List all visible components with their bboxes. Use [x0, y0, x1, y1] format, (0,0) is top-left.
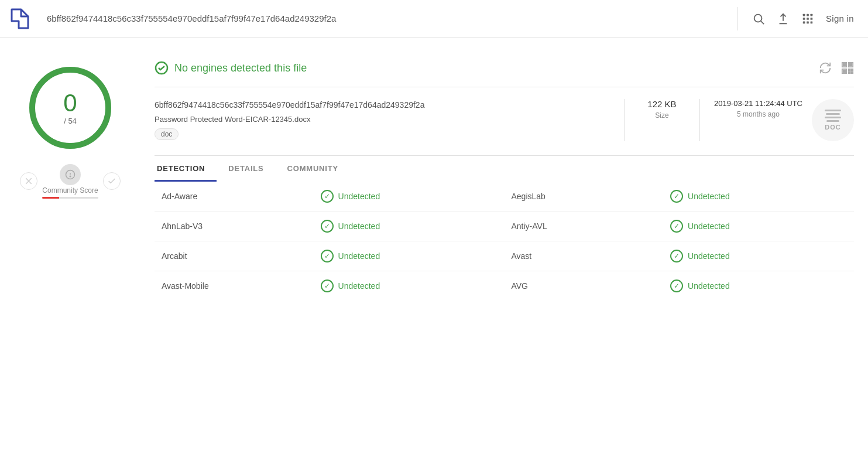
sign-in-button[interactable]: Sign in [826, 13, 854, 23]
status-text-right: Undetected [688, 281, 730, 291]
status-text-right: Undetected [688, 221, 730, 231]
community-like-button[interactable] [103, 172, 121, 190]
detection-status-left: Undetected [314, 271, 505, 301]
doc-line-4 [826, 120, 839, 122]
table-row: Arcabit Undetected Avast Undetected [155, 241, 854, 271]
grid-button[interactable] [801, 12, 814, 25]
engine-name-left: Ad-Aware [155, 182, 314, 212]
engine-name-right: AVG [504, 271, 663, 301]
svg-rect-24 [843, 70, 846, 73]
upload-button[interactable] [777, 12, 790, 25]
check-circle-left [321, 220, 334, 233]
doc-line-1 [825, 110, 841, 111]
detection-status-right: Undetected [663, 182, 854, 212]
engine-name-right: AegisLab [504, 182, 663, 212]
total-engines: / 54 [63, 117, 77, 125]
svg-rect-22 [850, 64, 852, 66]
svg-point-0 [754, 14, 762, 22]
svg-line-1 [761, 21, 764, 24]
svg-rect-27 [849, 71, 850, 73]
refresh-button[interactable] [819, 62, 832, 74]
search-button[interactable] [752, 12, 765, 25]
status-text-left: Undetected [338, 281, 380, 291]
main-content: 0 / 54 Community Scor [0, 38, 868, 301]
hash-input[interactable] [42, 7, 730, 30]
detection-status-left: Undetected [314, 182, 505, 212]
file-name: Password Protected Word-EICAR-12345.docx [155, 115, 610, 124]
detection-status-left: Undetected [314, 212, 505, 241]
svg-rect-4 [811, 13, 813, 16]
svg-rect-9 [807, 21, 809, 23]
svg-rect-2 [803, 13, 805, 16]
tabs: DETECTION DETAILS COMMUNITY [140, 156, 868, 182]
detected-count: 0 [63, 91, 77, 115]
file-meta-divider-2 [699, 99, 700, 141]
right-panel: No engines detected this file [140, 52, 868, 301]
check-circle-left [321, 250, 334, 262]
file-date-sub: 5 months ago [714, 110, 802, 118]
table-row: Ad-Aware Undetected AegisLab Undetected [155, 182, 854, 212]
file-size-value: 122 KB [639, 99, 685, 109]
detection-status-left: Undetected [314, 241, 505, 271]
svg-rect-6 [807, 18, 809, 20]
file-date: 2019-03-21 11:24:44 UTC 5 months ago [714, 99, 802, 118]
status-text-right: Undetected [688, 192, 730, 201]
check-circle-left [321, 190, 334, 203]
check-circle-right [670, 190, 683, 203]
file-info: 6bff862f9474418c56c33f755554e970eddf15af… [155, 87, 854, 151]
engine-name-right: Antiy-AVL [504, 212, 663, 241]
check-circle-left [321, 279, 334, 292]
svg-rect-5 [803, 18, 805, 20]
score-bar-container [42, 197, 98, 199]
file-doc-lines [825, 110, 841, 122]
banner-actions [819, 62, 854, 74]
table-row: AhnLab-V3 Undetected Antiy-AVL Undetecte… [155, 212, 854, 241]
doc-line-2 [826, 113, 840, 115]
file-size: 122 KB Size [639, 99, 685, 120]
qr-button[interactable] [841, 62, 854, 74]
engine-name-left: Avast-Mobile [155, 271, 314, 301]
tab-community[interactable]: COMMUNITY [285, 156, 350, 182]
engine-name-left: Arcabit [155, 241, 314, 271]
doc-line-3 [825, 117, 841, 118]
score-panel: 0 / 54 Community Scor [0, 52, 140, 301]
engine-name-left: AhnLab-V3 [155, 212, 314, 241]
svg-point-17 [70, 176, 71, 177]
detection-ok-icon [155, 61, 169, 75]
header-divider [737, 7, 738, 30]
file-hash-name: 6bff862f9474418c56c33f755554e970eddf15af… [155, 99, 610, 140]
community-row: Community Score [9, 164, 131, 199]
detection-status-right: Undetected [663, 271, 854, 301]
header: Sign in [0, 0, 868, 38]
tab-details[interactable]: DETAILS [226, 156, 275, 182]
svg-rect-26 [851, 69, 853, 71]
community-dislike-button[interactable] [20, 172, 37, 190]
file-size-label: Size [639, 111, 685, 120]
svg-rect-25 [849, 69, 850, 71]
detection-status-right: Undetected [663, 241, 854, 271]
community-score-icon [60, 164, 81, 185]
detection-status-right: Undetected [663, 212, 854, 241]
detection-banner: No engines detected this file [155, 52, 854, 87]
svg-rect-3 [807, 13, 809, 16]
file-meta-divider-1 [624, 99, 625, 141]
check-circle-right [670, 279, 683, 292]
file-tag[interactable]: doc [155, 128, 179, 140]
detection-table: Ad-Aware Undetected AegisLab Undetected … [155, 182, 854, 301]
tabs-container: DETECTION DETAILS COMMUNITY [155, 155, 854, 182]
status-text-left: Undetected [338, 251, 380, 261]
header-icons: Sign in [745, 12, 861, 25]
table-row: Avast-Mobile Undetected AVG Undetected [155, 271, 854, 301]
score-center: 0 / 54 [63, 91, 77, 125]
svg-rect-8 [803, 21, 805, 23]
file-hash: 6bff862f9474418c56c33f755554e970eddf15af… [155, 99, 610, 111]
file-date-value: 2019-03-21 11:24:44 UTC [714, 99, 802, 108]
status-text-right: Undetected [688, 251, 730, 261]
check-circle-right [670, 220, 683, 233]
svg-rect-10 [811, 21, 813, 23]
file-doc-label: DOC [825, 124, 840, 131]
tab-detection[interactable]: DETECTION [155, 156, 217, 182]
logo[interactable] [7, 5, 35, 33]
svg-rect-20 [843, 64, 846, 66]
svg-rect-7 [811, 18, 813, 20]
